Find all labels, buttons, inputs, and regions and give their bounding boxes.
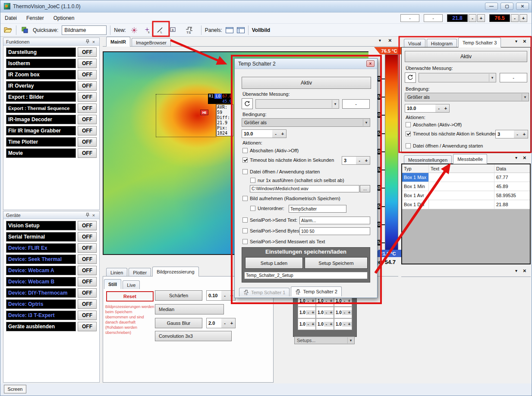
dialog-sp-text-field[interactable]: Alarm... <box>299 217 370 224</box>
tab-visual[interactable]: Visual <box>404 39 425 47</box>
dialog-unterordner-checkbox[interactable] <box>250 206 255 211</box>
dialog-threshold-increment-button[interactable]: + <box>279 130 286 138</box>
ts3-threshold-increment-button[interactable]: + <box>442 104 449 112</box>
ts3-aktiv-button[interactable]: Aktiv <box>405 51 527 62</box>
setup-laden-button[interactable]: Setup Laden <box>245 257 303 269</box>
device-webcam-b-off-toggle[interactable]: OFF <box>78 277 97 286</box>
device-serial-terminal-button[interactable]: Serial Terminal <box>6 232 76 242</box>
tab-plotter[interactable]: Plotter <box>129 268 151 277</box>
tab-main-ir[interactable]: MainIR <box>106 37 130 47</box>
tab-temp-schalter-1[interactable]: TS Temp Schalter 1 <box>239 288 290 296</box>
ts3-timeout-increment-button[interactable]: + <box>521 130 528 138</box>
function-ir-zoom-box-off-toggle[interactable]: OFF <box>78 70 97 79</box>
empty-panel-close-icon[interactable]: × <box>523 267 526 274</box>
tab-temp-schalter-2[interactable]: TS Temp Schalter 2 <box>291 286 341 296</box>
range-max-decrement-button[interactable]: - <box>511 14 519 22</box>
schaerfen-decrement-button[interactable]: - <box>221 291 228 300</box>
dialog-bild-checkbox[interactable] <box>242 196 248 201</box>
reset-button[interactable]: Reset <box>106 291 154 302</box>
dialog-timeout-decrement-button[interactable]: - <box>356 157 363 164</box>
dialog-nur1x-checkbox[interactable] <box>250 178 255 183</box>
kernel-increment-button[interactable]: + <box>329 299 334 303</box>
range-field-1[interactable]: - <box>400 14 419 22</box>
device-geraete-ausblenden-off-toggle[interactable]: OFF <box>78 322 97 331</box>
function-darstellung-button[interactable]: Darstellung <box>6 47 76 57</box>
close-panel-icon[interactable]: × <box>91 212 97 218</box>
panels-layout2-icon[interactable] <box>237 27 245 33</box>
range-field-2[interactable]: - <box>424 14 443 22</box>
device-webcam-a-button[interactable]: Device: Webcam A <box>6 266 76 275</box>
device-webcam-a-off-toggle[interactable]: OFF <box>78 266 97 275</box>
messtab-close-icon[interactable]: × <box>523 154 526 161</box>
dialog-bedingung-dropdown[interactable]: Größer als ▾ <box>242 118 370 127</box>
ts3-timeout-decrement-button[interactable]: - <box>514 130 521 138</box>
panels-layout1-icon[interactable] <box>226 27 233 33</box>
device-vision-setup-button[interactable]: Vision Setup <box>6 221 76 230</box>
device-seek-thermal-button[interactable]: Device: Seek Thermal <box>6 255 76 264</box>
setup-name-field[interactable]: Temp_Schalter_2_Setup <box>244 272 368 279</box>
device-webcam-b-button[interactable]: Device: Webcam B <box>6 277 76 286</box>
kernel-increment-button[interactable]: + <box>347 299 352 303</box>
dialog-sp-text-checkbox[interactable] <box>242 217 248 223</box>
function-ir-overlay-button[interactable]: IR Overlay <box>6 81 76 91</box>
ts3-bedingung-dropdown[interactable]: Größer als ▾ <box>405 93 529 101</box>
function-time-plotter-button[interactable]: Time Plotter <box>6 137 76 147</box>
function-flir-grabber-off-toggle[interactable]: OFF <box>78 126 97 135</box>
ts3-threshold-value[interactable]: 10.0 <box>405 104 435 112</box>
tab-bildprozessierung[interactable]: Bildprozessierung <box>152 267 198 277</box>
kernel-decrement-button[interactable]: - <box>306 310 311 315</box>
screen-button[interactable]: Screen <box>4 385 26 393</box>
dialog-timeout-increment-button[interactable]: + <box>363 157 370 164</box>
dialog-refresh-icon[interactable] <box>242 98 253 109</box>
device-optris-button[interactable]: Device: Optris <box>6 299 76 309</box>
setup-speichern-button[interactable]: Setup Speichern <box>305 257 368 269</box>
function-ir-image-decoder-button[interactable]: IR-Image Decoder <box>6 115 76 124</box>
device-flir-ex-button[interactable]: Device: FLIR Ex <box>6 243 76 253</box>
function-darstellung-off-toggle[interactable]: OFF <box>78 47 97 57</box>
dialog-close-button[interactable]: × <box>366 60 375 67</box>
range-min-decrement-button[interactable]: - <box>469 14 476 22</box>
tab-live[interactable]: Live <box>123 280 140 289</box>
kernel-increment-button[interactable]: + <box>329 310 334 315</box>
kernel-decrement-button[interactable]: - <box>324 299 329 303</box>
tab-histogram[interactable]: Histogram <box>427 39 457 47</box>
menu-optionen[interactable]: Optionen <box>54 15 75 21</box>
device-i3-t-expert-button[interactable]: Device: i3 T-Expert <box>6 311 76 320</box>
setups-dropdown[interactable]: Setups... ▾ <box>294 336 355 344</box>
menu-datei[interactable]: Datei <box>5 15 17 21</box>
kernel-decrement-button[interactable]: - <box>324 322 329 327</box>
schaerfen-button[interactable]: Schärfen <box>155 290 202 301</box>
function-ir-overlay-off-toggle[interactable]: OFF <box>78 81 97 91</box>
kernel-decrement-button[interactable]: - <box>306 322 311 327</box>
table-row[interactable]: Box 1 Min 45.89 <box>402 182 530 191</box>
table-row[interactable]: Box 1 Diff 21.88 <box>402 200 530 209</box>
dialog-browse-button[interactable]: ... <box>360 185 370 192</box>
kernel-decrement-button[interactable]: - <box>342 310 347 315</box>
table-row[interactable]: Box 1 Max 67.77 <box>402 173 530 182</box>
tab-linien[interactable]: Linien <box>106 268 127 277</box>
function-time-plotter-off-toggle[interactable]: OFF <box>78 137 97 147</box>
device-serial-terminal-off-toggle[interactable]: OFF <box>78 232 97 242</box>
pin-icon[interactable] <box>85 39 91 45</box>
main-panel-close-icon[interactable]: × <box>388 37 392 44</box>
filename-input[interactable]: Bildname <box>62 25 107 35</box>
dialog-timeout-value[interactable]: 3 <box>342 157 356 164</box>
device-i3-t-expert-off-toggle[interactable]: OFF <box>78 311 97 320</box>
kernel-decrement-button[interactable]: - <box>342 322 347 327</box>
tab-image-browser[interactable]: ImageBrowser <box>132 38 171 47</box>
function-export-bilder-off-toggle[interactable]: OFF <box>78 92 97 102</box>
device-diy-thermocam-off-toggle[interactable]: OFF <box>78 288 97 298</box>
median-button[interactable]: Median <box>155 304 224 314</box>
function-isotherm-button[interactable]: Isotherm <box>6 59 76 68</box>
ts3-threshold-decrement-button[interactable]: - <box>435 104 442 112</box>
dialog-sp-bytes-checkbox[interactable] <box>242 228 248 233</box>
right-panel-close-icon[interactable]: × <box>523 38 526 44</box>
function-ir-zoom-box-button[interactable]: IR Zoom box <box>6 70 76 79</box>
gauss-value[interactable]: 2.0 <box>207 318 221 328</box>
minimize-button[interactable]: — <box>485 3 498 10</box>
new-line-icon[interactable]: L <box>155 25 165 35</box>
device-geraete-ausblenden-button[interactable]: Geräte ausblenden <box>6 322 76 331</box>
function-export-bilder-button[interactable]: Export : Bilder <box>6 92 76 102</box>
maximize-button[interactable]: ▢ <box>501 3 513 10</box>
ts3-messung-dropdown[interactable]: ▾ <box>419 73 496 82</box>
